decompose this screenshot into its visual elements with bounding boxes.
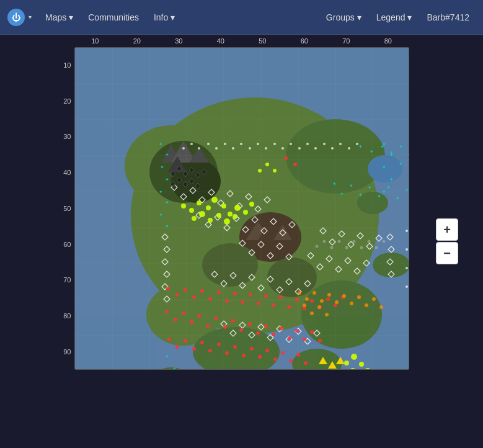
- svg-text:✦: ✦: [164, 223, 169, 229]
- y-label-70: 70: [63, 276, 71, 284]
- svg-point-146: [225, 299, 229, 303]
- svg-point-255: [215, 147, 218, 150]
- svg-point-194: [265, 349, 269, 352]
- svg-point-167: [206, 324, 210, 328]
- nav-legend-button[interactable]: Legend ▾: [370, 9, 419, 26]
- svg-point-175: [272, 333, 275, 336]
- nav-maps-button[interactable]: Maps ▾: [39, 9, 79, 26]
- svg-point-116: [197, 200, 202, 205]
- x-label-60: 60: [301, 37, 308, 45]
- svg-text:✦: ✦: [332, 181, 336, 187]
- brand: ⏻ ▾: [7, 9, 32, 26]
- svg-point-179: [303, 338, 306, 341]
- svg-point-306: [335, 300, 339, 304]
- svg-point-147: [233, 292, 237, 295]
- svg-point-303: [312, 291, 316, 295]
- svg-point-172: [248, 322, 252, 326]
- svg-point-191: [242, 354, 246, 357]
- nav-info-button[interactable]: Info ▾: [148, 9, 181, 26]
- svg-text:✦: ✦: [164, 152, 169, 158]
- svg-point-199: [304, 361, 308, 365]
- x-label-80: 80: [384, 37, 392, 45]
- svg-point-136: [258, 169, 262, 172]
- svg-text:✦: ✦: [158, 212, 162, 218]
- svg-point-139: [166, 287, 170, 290]
- zoom-controls: + −: [436, 218, 458, 264]
- svg-point-315: [317, 305, 321, 309]
- svg-text:✦: ✦: [159, 164, 164, 170]
- svg-point-145: [217, 290, 221, 294]
- map-canvas[interactable]: ✦ ✦ ✦ ✦ ✦ ✦ ✦ ✦ ✦ ✦ ✦ ✦ ✦ ✦ ✦: [74, 47, 409, 370]
- nav-groups-button[interactable]: Groups ▾: [320, 9, 368, 26]
- svg-text:✦: ✦: [389, 150, 393, 156]
- svg-point-129: [233, 214, 237, 219]
- svg-point-165: [190, 320, 193, 324]
- svg-point-137: [265, 163, 269, 166]
- svg-point-140: [175, 293, 179, 297]
- map-wrapper: 10 20 30 40 50 60 70 80 10 20 30 40 50 6…: [74, 47, 409, 370]
- svg-point-163: [174, 318, 177, 321]
- svg-point-132: [359, 362, 364, 367]
- maps-dropdown-arrow: ▾: [69, 12, 73, 22]
- svg-point-267: [314, 147, 317, 150]
- svg-point-157: [310, 299, 314, 303]
- svg-point-155: [295, 298, 299, 302]
- x-label-20: 20: [133, 37, 141, 45]
- svg-text:✦: ✦: [164, 354, 169, 359]
- svg-point-118: [211, 197, 218, 203]
- svg-point-193: [258, 355, 262, 359]
- svg-point-124: [192, 216, 197, 221]
- svg-point-142: [192, 295, 196, 299]
- svg-point-273: [409, 220, 409, 223]
- svg-point-190: [233, 345, 237, 349]
- svg-point-312: [379, 305, 383, 309]
- svg-point-260: [257, 143, 259, 145]
- svg-point-261: [265, 147, 267, 150]
- y-label-60: 60: [63, 241, 71, 248]
- svg-point-176: [280, 326, 283, 330]
- svg-point-264: [290, 143, 292, 145]
- brand-dropdown-arrow[interactable]: ▾: [29, 14, 32, 20]
- svg-point-138: [273, 169, 277, 172]
- svg-point-259: [249, 147, 251, 150]
- svg-point-121: [234, 205, 241, 211]
- svg-point-195: [273, 357, 277, 361]
- svg-point-265: [298, 147, 301, 150]
- svg-point-197: [289, 359, 293, 363]
- y-label-40: 40: [63, 169, 71, 176]
- zoom-in-button[interactable]: +: [436, 218, 458, 241]
- svg-text:✦: ✦: [158, 141, 162, 147]
- svg-point-180: [310, 330, 314, 334]
- svg-point-325: [374, 246, 378, 249]
- svg-point-149: [249, 293, 252, 297]
- svg-point-279: [409, 276, 409, 279]
- svg-point-271: [348, 147, 350, 150]
- svg-text:✦: ✦: [164, 177, 169, 182]
- svg-point-321: [345, 246, 348, 249]
- svg-point-257: [232, 147, 234, 150]
- x-label-40: 40: [217, 37, 224, 45]
- info-dropdown-arrow: ▾: [171, 12, 175, 22]
- svg-point-184: [184, 339, 187, 343]
- svg-text:✦: ✦: [369, 149, 373, 155]
- y-label-80: 80: [63, 312, 71, 320]
- svg-text:✦: ✦: [164, 200, 169, 205]
- svg-point-196: [281, 351, 285, 355]
- svg-point-320: [337, 240, 340, 243]
- svg-text:✦: ✦: [358, 144, 362, 150]
- svg-text:✦: ✦: [395, 195, 399, 201]
- svg-point-276: [405, 248, 408, 251]
- svg-point-173: [256, 331, 260, 335]
- user-display: Barb#7412: [420, 9, 476, 26]
- svg-point-127: [216, 213, 221, 218]
- svg-point-152: [272, 303, 275, 307]
- svg-point-22: [202, 243, 258, 287]
- map-svg: ✦ ✦ ✦ ✦ ✦ ✦ ✦ ✦ ✦ ✦ ✦ ✦ ✦ ✦ ✦: [75, 48, 409, 370]
- svg-marker-296: [324, 369, 332, 370]
- x-label-50: 50: [259, 37, 266, 45]
- svg-point-318: [322, 240, 326, 243]
- svg-text:✦: ✦: [358, 192, 362, 198]
- zoom-out-button[interactable]: −: [436, 242, 458, 264]
- nav-communities-button[interactable]: Communities: [82, 9, 145, 26]
- svg-text:✦: ✦: [381, 189, 386, 195]
